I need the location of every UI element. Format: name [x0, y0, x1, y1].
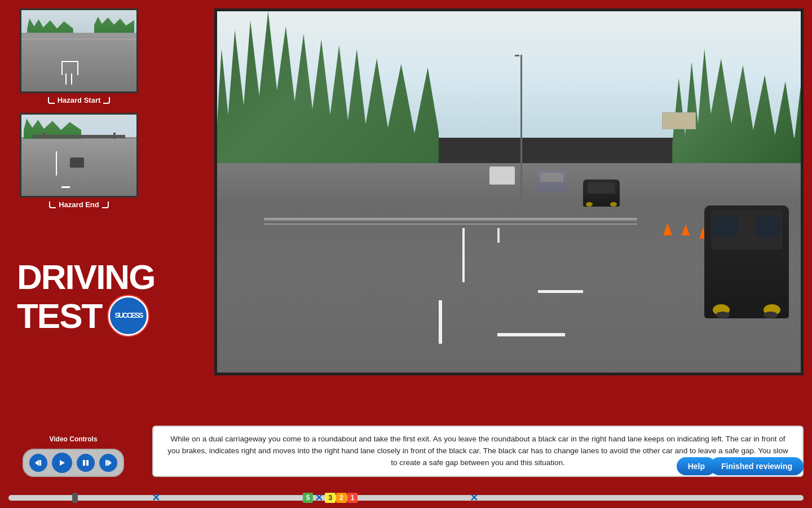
- bracket-right-2-icon: [102, 202, 109, 208]
- bracket-left-icon: [48, 97, 55, 104]
- score-2: 2: [336, 493, 347, 503]
- road-line-center2: [439, 300, 442, 344]
- cone-1: [663, 223, 672, 235]
- main-video-area: [214, 8, 804, 375]
- car-center: [583, 179, 620, 207]
- logo-driving: DRIVING: [17, 260, 155, 295]
- svg-rect-8: [107, 460, 108, 466]
- road-scene: [217, 11, 801, 373]
- utility-pole: [520, 55, 522, 199]
- timeline-marker-x1[interactable]: ✕: [152, 493, 160, 503]
- rewind-icon: [34, 459, 42, 467]
- svg-marker-0: [35, 460, 38, 466]
- hazard-end-container: Hazard End: [8, 113, 149, 209]
- controls-outer: [23, 449, 124, 477]
- svg-marker-6: [108, 460, 112, 466]
- logo-test-text: TEST: [17, 299, 102, 334]
- road-line-center: [462, 228, 465, 282]
- svg-rect-1: [39, 460, 40, 466]
- left-panel: Hazard Start: [8, 8, 149, 212]
- logo-container: DRIVING TEST SUCCESS: [17, 260, 155, 337]
- guardrail: [264, 218, 637, 221]
- truck-white: [489, 167, 515, 185]
- timeline-marker-x2[interactable]: ✕: [470, 493, 478, 503]
- bracket-right-icon: [103, 97, 110, 104]
- hazard-end-thumbnail: [20, 113, 138, 198]
- timeline-thumb[interactable]: [72, 493, 78, 503]
- finished-reviewing-button[interactable]: Finished reviewing: [710, 457, 804, 475]
- timeline-track[interactable]: ✕ 5 ✕ 3 2 1 ✕: [8, 495, 804, 501]
- score-5: 5: [303, 493, 314, 503]
- svg-rect-2: [40, 460, 41, 466]
- guardrail-lower: [264, 224, 637, 225]
- pause-button[interactable]: [77, 454, 95, 472]
- success-badge: SUCCESS: [107, 295, 149, 337]
- play-icon: [58, 459, 66, 467]
- score-x-marker[interactable]: ✕: [315, 492, 323, 504]
- pause-icon: [82, 459, 90, 467]
- video-controls-label: Video Controls: [49, 435, 97, 443]
- cone-2: [682, 224, 690, 235]
- hazard-start-label: Hazard Start: [48, 96, 111, 104]
- play-button[interactable]: [52, 453, 72, 473]
- svg-marker-3: [60, 460, 65, 466]
- svg-rect-5: [86, 460, 89, 466]
- success-text: SUCCESS: [115, 312, 143, 319]
- utility-crossbar: [515, 55, 519, 56]
- video-controls-box: Video Controls: [11, 435, 135, 477]
- svg-rect-4: [83, 460, 85, 466]
- score-1: 1: [347, 493, 358, 503]
- road-dash-3: [497, 333, 565, 336]
- hazard-start-text: Hazard Start: [58, 96, 101, 104]
- logo-test: TEST SUCCESS: [17, 295, 155, 337]
- road-dash-1: [497, 228, 500, 243]
- hazard-start-container: Hazard Start: [8, 8, 149, 104]
- road-dash-2: [538, 290, 583, 293]
- hazard-start-thumbnail: [20, 8, 138, 93]
- main-background: Hazard Start: [0, 0, 812, 508]
- svg-rect-7: [105, 460, 107, 466]
- score-3: 3: [325, 493, 336, 503]
- hazard-end-text: Hazard End: [59, 200, 99, 209]
- timeline-bar: ✕ 5 ✕ 3 2 1 ✕: [8, 492, 804, 503]
- rewind-button[interactable]: [29, 454, 47, 472]
- car-silver: [536, 170, 567, 192]
- car-black-foreground: [704, 205, 789, 318]
- bracket-left-2-icon: [49, 202, 56, 208]
- forward-icon: [104, 459, 112, 467]
- hazard-end-label: Hazard End: [49, 200, 109, 209]
- forward-button[interactable]: [99, 454, 117, 472]
- score-segment: 5 ✕ 3 2 1: [303, 492, 358, 504]
- building-right: [662, 112, 696, 129]
